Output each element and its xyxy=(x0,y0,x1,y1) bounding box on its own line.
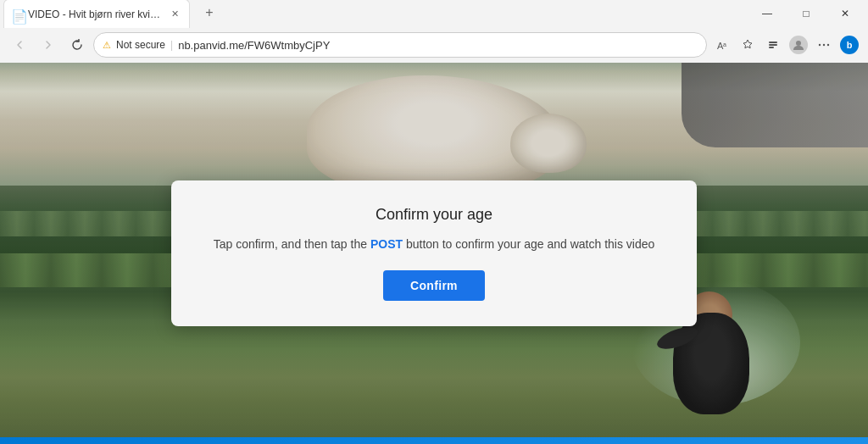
title-bar: 📄 VIDEO - Hvit bjørn river kvinne... ✕ +… xyxy=(0,0,868,27)
description-prefix: Tap confirm, and then tap the xyxy=(214,237,370,251)
address-bar[interactable]: ⚠ Not secure | nb.panvid.me/FW6WtmbyCjPY xyxy=(93,32,707,58)
description-suffix: button to confirm your age and watch thi… xyxy=(403,237,654,251)
tab-title: VIDEO - Hvit bjørn river kvinne... xyxy=(28,8,162,20)
refresh-button[interactable] xyxy=(64,32,90,58)
forward-icon xyxy=(43,40,53,50)
tab-favicon: 📄 xyxy=(11,8,23,20)
more-dots-icon xyxy=(818,39,830,51)
minimize-button[interactable]: — xyxy=(748,0,787,27)
new-tab-button[interactable]: + xyxy=(197,0,222,25)
refresh-icon xyxy=(71,39,83,51)
window-controls: — □ ✕ xyxy=(748,0,865,27)
svg-text:a: a xyxy=(723,42,726,47)
security-icon: ⚠ xyxy=(103,40,111,51)
page-content: Confirm your age Tap confirm, and then t… xyxy=(0,63,868,444)
confirm-button[interactable]: Confirm xyxy=(383,270,485,301)
svg-point-6 xyxy=(819,44,821,46)
forward-button[interactable] xyxy=(36,32,61,58)
post-highlight: POST xyxy=(370,237,403,251)
svg-rect-4 xyxy=(769,47,774,48)
user-icon xyxy=(793,39,804,51)
star-icon xyxy=(742,39,754,51)
profile-avatar xyxy=(789,36,808,54)
svg-point-5 xyxy=(796,41,801,46)
read-aloud-icon: Aa xyxy=(716,39,728,51)
nav-bar: ⚠ Not secure | nb.panvid.me/FW6WtmbyCjPY… xyxy=(0,27,868,63)
favorites-button[interactable] xyxy=(736,33,760,57)
more-options-button[interactable] xyxy=(812,33,836,57)
svg-rect-2 xyxy=(769,42,777,43)
toolbar-icons: Aa b xyxy=(710,33,861,57)
collections-button[interactable] xyxy=(761,33,785,57)
collections-icon xyxy=(767,39,779,51)
bottom-bar xyxy=(0,437,868,444)
svg-point-8 xyxy=(827,44,829,46)
address-separator: | xyxy=(170,39,173,51)
close-button[interactable]: ✕ xyxy=(826,0,865,27)
read-aloud-button[interactable]: Aa xyxy=(710,33,734,57)
modal-overlay: Confirm your age Tap confirm, and then t… xyxy=(0,63,868,444)
url-display: nb.panvid.me/FW6WtmbyCjPY xyxy=(178,39,698,52)
modal-description: Tap confirm, and then tap the POST butto… xyxy=(205,236,663,253)
svg-point-7 xyxy=(823,44,825,46)
browser-tab[interactable]: 📄 VIDEO - Hvit bjørn river kvinne... ✕ xyxy=(3,0,190,28)
back-icon xyxy=(14,40,25,50)
bing-copilot-button[interactable]: b xyxy=(837,33,861,57)
modal-title: Confirm your age xyxy=(205,206,663,224)
tab-close-button[interactable]: ✕ xyxy=(167,7,182,22)
browser-chrome: 📄 VIDEO - Hvit bjørn river kvinne... ✕ +… xyxy=(0,0,868,63)
profile-button[interactable] xyxy=(787,33,810,57)
svg-rect-3 xyxy=(769,44,777,46)
back-button[interactable] xyxy=(7,32,32,58)
age-confirm-dialog: Confirm your age Tap confirm, and then t… xyxy=(171,180,697,326)
security-text: Not secure xyxy=(116,39,165,51)
maximize-button[interactable]: □ xyxy=(787,0,826,27)
bing-icon: b xyxy=(840,36,859,54)
